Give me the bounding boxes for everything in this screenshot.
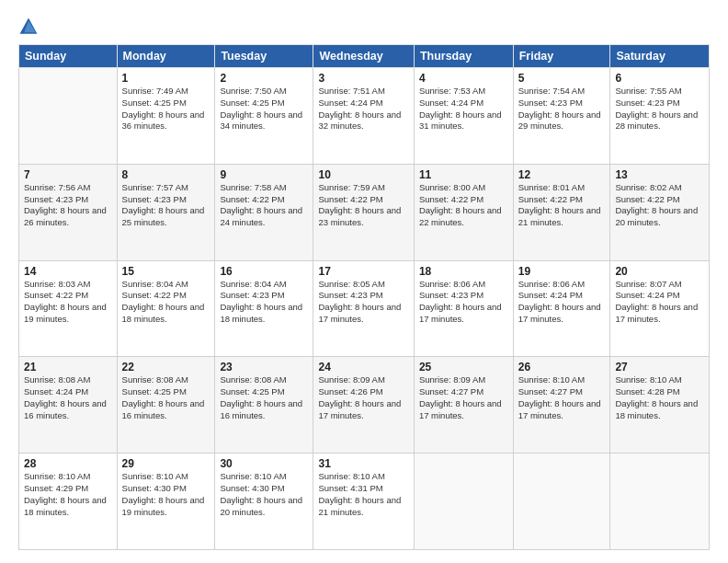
day-number: 8 [122, 168, 210, 181]
day-info: Sunrise: 7:58 AM Sunset: 4:22 PM Dayligh… [220, 182, 308, 229]
day-info: Sunrise: 8:10 AM Sunset: 4:30 PM Dayligh… [220, 471, 308, 518]
day-number: 26 [518, 361, 606, 373]
day-number: 30 [220, 457, 308, 470]
day-info: Sunrise: 8:00 AM Sunset: 4:22 PM Dayligh… [419, 182, 508, 229]
calendar-cell: 10Sunrise: 7:59 AM Sunset: 4:22 PM Dayli… [313, 164, 414, 260]
day-info: Sunrise: 8:04 AM Sunset: 4:23 PM Dayligh… [220, 279, 308, 326]
day-number: 19 [518, 265, 606, 278]
calendar-cell: 17Sunrise: 8:05 AM Sunset: 4:23 PM Dayli… [313, 260, 414, 357]
day-number: 3 [318, 72, 408, 85]
day-number: 12 [518, 168, 606, 181]
calendar-cell: 4Sunrise: 7:53 AM Sunset: 4:24 PM Daylig… [414, 68, 513, 165]
week-row-1: 1Sunrise: 7:49 AM Sunset: 4:25 PM Daylig… [19, 68, 710, 165]
day-number: 5 [518, 72, 606, 85]
day-number: 2 [220, 72, 308, 85]
day-info: Sunrise: 7:54 AM Sunset: 4:23 PM Dayligh… [518, 86, 606, 132]
weekday-header-monday: Monday [117, 45, 215, 68]
calendar-cell: 20Sunrise: 8:07 AM Sunset: 4:24 PM Dayli… [610, 260, 710, 357]
calendar-cell: 31Sunrise: 8:10 AM Sunset: 4:31 PM Dayli… [313, 454, 414, 550]
weekday-header-tuesday: Tuesday [215, 45, 313, 68]
calendar-cell: 12Sunrise: 8:01 AM Sunset: 4:22 PM Dayli… [513, 164, 610, 260]
day-info: Sunrise: 8:10 AM Sunset: 4:27 PM Dayligh… [518, 374, 606, 421]
calendar-cell: 5Sunrise: 7:54 AM Sunset: 4:23 PM Daylig… [513, 68, 610, 165]
day-number: 10 [318, 168, 408, 181]
calendar-cell: 18Sunrise: 8:06 AM Sunset: 4:23 PM Dayli… [414, 260, 513, 357]
calendar-cell: 8Sunrise: 7:57 AM Sunset: 4:23 PM Daylig… [117, 164, 215, 260]
calendar-cell: 23Sunrise: 8:08 AM Sunset: 4:25 PM Dayli… [215, 357, 313, 454]
weekday-header-friday: Friday [513, 45, 610, 68]
calendar-cell [610, 454, 710, 550]
calendar-cell [513, 454, 610, 550]
day-info: Sunrise: 7:57 AM Sunset: 4:23 PM Dayligh… [122, 182, 210, 229]
calendar-cell: 9Sunrise: 7:58 AM Sunset: 4:22 PM Daylig… [215, 164, 313, 260]
week-row-5: 28Sunrise: 8:10 AM Sunset: 4:29 PM Dayli… [19, 454, 710, 550]
weekday-header-sunday: Sunday [19, 45, 118, 68]
day-number: 20 [615, 265, 704, 278]
calendar-cell: 27Sunrise: 8:10 AM Sunset: 4:28 PM Dayli… [610, 357, 710, 454]
calendar-cell: 13Sunrise: 8:02 AM Sunset: 4:22 PM Dayli… [610, 164, 710, 260]
day-info: Sunrise: 7:49 AM Sunset: 4:25 PM Dayligh… [122, 86, 210, 132]
day-info: Sunrise: 8:09 AM Sunset: 4:27 PM Dayligh… [419, 374, 508, 421]
calendar-cell: 24Sunrise: 8:09 AM Sunset: 4:26 PM Dayli… [313, 357, 414, 454]
page: SundayMondayTuesdayWednesdayThursdayFrid… [0, 0, 728, 563]
day-number: 25 [419, 361, 508, 373]
day-info: Sunrise: 8:08 AM Sunset: 4:24 PM Dayligh… [24, 374, 112, 421]
day-info: Sunrise: 7:51 AM Sunset: 4:24 PM Dayligh… [318, 86, 408, 132]
day-number: 1 [122, 72, 210, 85]
calendar-cell: 16Sunrise: 8:04 AM Sunset: 4:23 PM Dayli… [215, 260, 313, 357]
calendar-cell: 11Sunrise: 8:00 AM Sunset: 4:22 PM Dayli… [414, 164, 513, 260]
week-row-4: 21Sunrise: 8:08 AM Sunset: 4:24 PM Dayli… [19, 357, 710, 454]
week-row-3: 14Sunrise: 8:03 AM Sunset: 4:22 PM Dayli… [19, 260, 710, 357]
calendar-cell: 3Sunrise: 7:51 AM Sunset: 4:24 PM Daylig… [313, 68, 414, 165]
day-number: 22 [122, 361, 210, 373]
day-info: Sunrise: 8:08 AM Sunset: 4:25 PM Dayligh… [220, 374, 308, 421]
calendar-cell [19, 68, 118, 165]
day-info: Sunrise: 7:56 AM Sunset: 4:23 PM Dayligh… [24, 182, 112, 229]
day-info: Sunrise: 8:09 AM Sunset: 4:26 PM Dayligh… [318, 374, 408, 421]
day-info: Sunrise: 8:10 AM Sunset: 4:30 PM Dayligh… [122, 471, 210, 518]
day-info: Sunrise: 8:01 AM Sunset: 4:22 PM Dayligh… [518, 182, 606, 229]
calendar-cell: 25Sunrise: 8:09 AM Sunset: 4:27 PM Dayli… [414, 357, 513, 454]
day-number: 17 [318, 265, 408, 278]
day-number: 14 [24, 265, 112, 278]
calendar-cell: 30Sunrise: 8:10 AM Sunset: 4:30 PM Dayli… [215, 454, 313, 550]
day-number: 21 [24, 361, 112, 373]
logo-icon [18, 17, 39, 37]
calendar-cell: 28Sunrise: 8:10 AM Sunset: 4:29 PM Dayli… [19, 454, 118, 550]
weekday-header-saturday: Saturday [610, 45, 710, 68]
calendar-cell [414, 454, 513, 550]
day-number: 27 [615, 361, 704, 373]
day-number: 23 [220, 361, 308, 373]
day-number: 6 [615, 72, 704, 85]
calendar-table: SundayMondayTuesdayWednesdayThursdayFrid… [18, 44, 710, 550]
calendar-cell: 7Sunrise: 7:56 AM Sunset: 4:23 PM Daylig… [19, 164, 118, 260]
calendar-cell: 19Sunrise: 8:06 AM Sunset: 4:24 PM Dayli… [513, 260, 610, 357]
logo [18, 17, 42, 37]
day-info: Sunrise: 8:08 AM Sunset: 4:25 PM Dayligh… [122, 374, 210, 421]
calendar-cell: 2Sunrise: 7:50 AM Sunset: 4:25 PM Daylig… [215, 68, 313, 165]
calendar-cell: 6Sunrise: 7:55 AM Sunset: 4:23 PM Daylig… [610, 68, 710, 165]
day-info: Sunrise: 7:50 AM Sunset: 4:25 PM Dayligh… [220, 86, 308, 132]
calendar-cell: 29Sunrise: 8:10 AM Sunset: 4:30 PM Dayli… [117, 454, 215, 550]
day-info: Sunrise: 7:53 AM Sunset: 4:24 PM Dayligh… [419, 86, 508, 132]
day-info: Sunrise: 8:06 AM Sunset: 4:24 PM Dayligh… [518, 279, 606, 326]
day-number: 28 [24, 457, 112, 470]
calendar-cell: 15Sunrise: 8:04 AM Sunset: 4:22 PM Dayli… [117, 260, 215, 357]
day-info: Sunrise: 8:03 AM Sunset: 4:22 PM Dayligh… [24, 279, 112, 326]
day-info: Sunrise: 8:04 AM Sunset: 4:22 PM Dayligh… [122, 279, 210, 326]
day-info: Sunrise: 8:02 AM Sunset: 4:22 PM Dayligh… [615, 182, 704, 229]
day-number: 11 [419, 168, 508, 181]
day-info: Sunrise: 7:59 AM Sunset: 4:22 PM Dayligh… [318, 182, 408, 229]
header [18, 17, 710, 37]
weekday-header-row: SundayMondayTuesdayWednesdayThursdayFrid… [19, 45, 710, 68]
calendar-cell: 1Sunrise: 7:49 AM Sunset: 4:25 PM Daylig… [117, 68, 215, 165]
weekday-header-thursday: Thursday [414, 45, 513, 68]
day-number: 24 [318, 361, 408, 373]
day-info: Sunrise: 8:10 AM Sunset: 4:31 PM Dayligh… [318, 471, 408, 518]
weekday-header-wednesday: Wednesday [313, 45, 414, 68]
day-number: 16 [220, 265, 308, 278]
day-info: Sunrise: 8:05 AM Sunset: 4:23 PM Dayligh… [318, 279, 408, 326]
day-number: 13 [615, 168, 704, 181]
day-number: 4 [419, 72, 508, 85]
day-number: 31 [318, 457, 408, 470]
